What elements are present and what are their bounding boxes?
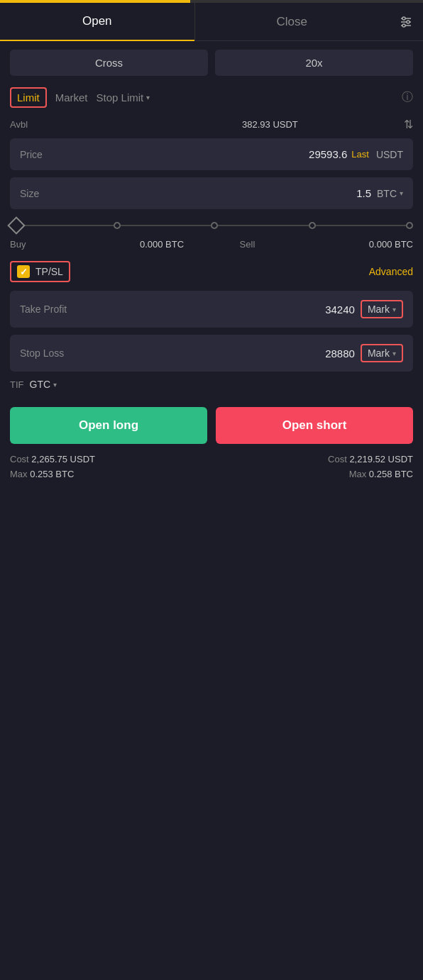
size-value[interactable]: 1.5	[356, 187, 371, 199]
chevron-down-icon: ▾	[146, 94, 150, 101]
leverage-btn[interactable]: 20x	[215, 50, 413, 76]
price-input-row: Price 29593.6 Last USDT	[10, 138, 413, 170]
chevron-down-icon: ▾	[392, 306, 396, 313]
sell-label: Sell	[240, 239, 256, 250]
short-max-label: Max	[349, 469, 367, 479]
slider-diamond-main	[7, 216, 25, 234]
buy-value: 0.000 BTC	[140, 239, 184, 250]
slider-section	[10, 219, 413, 232]
tpsl-checkbox-wrapper[interactable]: ✓ TP/SL	[10, 261, 70, 282]
transfer-icon[interactable]: ⇅	[404, 118, 413, 131]
info-icon[interactable]: ⓘ	[402, 90, 413, 105]
take-profit-row: Take Profit 34240 Mark ▾	[10, 291, 413, 328]
last-tag: Last	[351, 149, 369, 160]
cross-mode-btn[interactable]: Cross	[10, 50, 208, 76]
buy-label: Buy	[10, 239, 26, 250]
stop-loss-value[interactable]: 28880	[325, 347, 355, 360]
slider-dot-50	[209, 221, 219, 230]
sliders-icon	[399, 15, 413, 29]
open-short-button[interactable]: Open short	[216, 407, 413, 444]
take-profit-value[interactable]: 34240	[325, 304, 355, 316]
take-profit-label: Take Profit	[20, 304, 84, 315]
size-label: Size	[20, 188, 55, 199]
svg-point-5	[402, 24, 405, 27]
stop-loss-mark-dropdown[interactable]: Mark ▾	[361, 344, 403, 362]
tif-dropdown[interactable]: GTC ▾	[30, 379, 57, 390]
sell-value: 0.000 BTC	[369, 239, 413, 250]
stop-limit-tab[interactable]: Stop Limit ▾	[97, 91, 150, 104]
price-value[interactable]: 29593.6	[309, 148, 347, 160]
tif-label: TIF	[10, 379, 24, 390]
long-max-label: Max	[10, 469, 28, 479]
chevron-down-icon: ▾	[400, 189, 403, 197]
limit-tab[interactable]: Limit	[10, 87, 47, 108]
long-max-value: 0.253 BTC	[30, 469, 74, 479]
slider-dot-100	[405, 221, 414, 230]
stop-loss-label: Stop Loss	[20, 347, 84, 359]
long-cost-label: Cost	[10, 454, 29, 464]
short-max-value: 0.258 BTC	[369, 469, 413, 479]
svg-point-3	[407, 21, 410, 23]
tpsl-label: TP/SL	[35, 266, 63, 277]
chevron-down-icon: ▾	[392, 350, 396, 357]
market-tab[interactable]: Market	[50, 87, 94, 108]
short-cost-label: Cost	[328, 454, 347, 464]
advanced-btn[interactable]: Advanced	[369, 266, 413, 277]
svg-point-1	[402, 17, 405, 20]
tab-row: Open Close	[0, 3, 423, 41]
stop-loss-row: Stop Loss 28880 Mark ▾	[10, 335, 413, 372]
size-unit-dropdown[interactable]: BTC ▾	[377, 188, 403, 199]
open-tab[interactable]: Open	[0, 3, 194, 41]
slider-track[interactable]	[10, 219, 413, 232]
price-label: Price	[20, 149, 55, 160]
size-input-row: Size 1.5 BTC ▾	[10, 177, 413, 209]
short-cost-value: 2,219.52 USDT	[349, 454, 413, 464]
avbl-value: 382.93 USDT	[242, 119, 298, 130]
settings-icon-btn[interactable]	[389, 15, 423, 29]
chevron-down-icon: ▾	[53, 381, 57, 389]
close-tab[interactable]: Close	[195, 4, 390, 40]
tpsl-checkbox: ✓	[17, 265, 30, 278]
slider-dot-25	[111, 221, 121, 230]
slider-dot-75	[307, 221, 317, 230]
price-unit: USDT	[376, 149, 403, 160]
take-profit-mark-dropdown[interactable]: Mark ▾	[361, 300, 403, 318]
open-long-button[interactable]: Open long	[10, 407, 207, 444]
long-cost-value: 2,265.75 USDT	[31, 454, 95, 464]
avbl-label: Avbl	[10, 119, 28, 130]
